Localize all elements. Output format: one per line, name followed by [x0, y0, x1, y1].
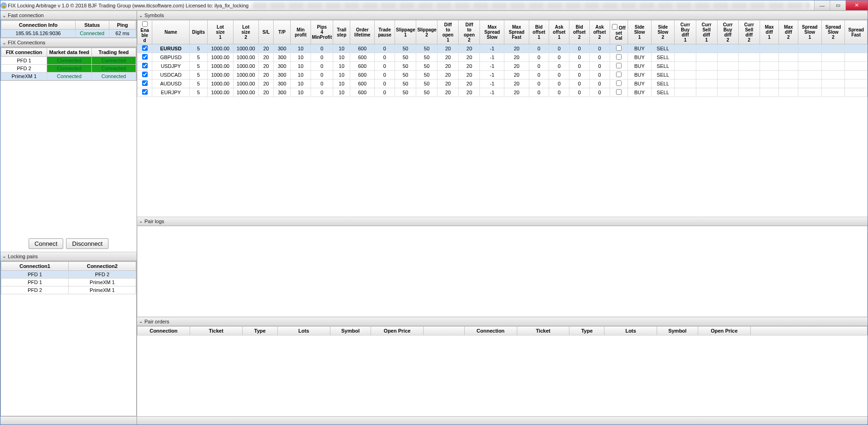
offsetcal-checkbox[interactable]	[616, 80, 622, 86]
symbols-col-header[interactable]: Pips4MinProfit	[311, 20, 333, 44]
pair-orders-header[interactable]: ⌄ Pair orders	[137, 317, 868, 326]
pair-orders-col-header[interactable]: Symbol	[330, 326, 371, 335]
symbols-col-header[interactable]: S/L	[258, 20, 273, 44]
locking-pair-row[interactable]: PFD 2PrimeXM 1	[1, 286, 136, 294]
symbols-col-header[interactable]: Bidoffset2	[569, 20, 590, 44]
symbols-col-header[interactable]: Askoffset2	[589, 20, 610, 44]
symbols-col-header[interactable]: OffsetCal	[610, 20, 628, 44]
enabled-checkbox[interactable]	[142, 72, 148, 77]
symbols-col-header[interactable]: Difftoopen2	[459, 20, 480, 44]
offsetcal-checkbox[interactable]	[616, 54, 622, 60]
minimize-button[interactable]: —	[814, 0, 830, 10]
symbols-col-header[interactable]: Difftoopen1	[437, 20, 459, 44]
fix-connections-header[interactable]: ⌄ FIX Connections	[0, 38, 137, 47]
col-trading-feed[interactable]: Trading feed	[91, 48, 136, 57]
offsetcal-checkbox[interactable]	[616, 45, 622, 51]
col-connection1[interactable]: Connection1	[1, 261, 69, 270]
close-button[interactable]: ✕	[845, 0, 868, 10]
symbols-col-header[interactable]: Minprofit	[291, 20, 311, 44]
connect-button[interactable]: Connect	[29, 238, 64, 249]
symbol-row[interactable]: AUDUSD51000.001000.002030010010600050502…	[138, 79, 868, 88]
connection-info-row[interactable]: 185.95.16.126:9036 Connected 62 ms	[1, 30, 136, 37]
symbol-row[interactable]: USDCAD51000.001000.002030010010600050502…	[138, 71, 868, 79]
symbol-row[interactable]: GBPUSD51000.001000.002030010010600050502…	[138, 53, 868, 62]
symbols-col-header[interactable]: Trailstep	[333, 20, 350, 44]
symbols-col-header[interactable]: SpreadSlow1	[798, 20, 821, 44]
symbol-cell: 0	[311, 88, 333, 97]
symbols-col-header[interactable]: Slippage1	[395, 20, 416, 44]
offsetcal-checkbox[interactable]	[616, 89, 622, 95]
symbols-col-header[interactable]: Lotsize1	[208, 20, 233, 44]
fix-connection-row[interactable]: PFD 2 Connected Connected	[1, 65, 136, 73]
symbols-col-header[interactable]: CurrSelldiff1	[696, 20, 717, 44]
symbols-col-header[interactable]: Enabled	[138, 20, 152, 44]
symbols-col-header[interactable]: Lotsize2	[233, 20, 258, 44]
symbol-row[interactable]: EURJPY51000.001000.002030010010600050502…	[138, 88, 868, 97]
pair-orders-col-header[interactable]: Ticket	[517, 326, 569, 335]
symbols-col-header[interactable]: Digits	[189, 20, 207, 44]
symbols-col-header[interactable]: CurrSelldiff2	[738, 20, 760, 44]
maximize-button[interactable]: ▭	[830, 0, 845, 10]
titlebar[interactable]: 🔒 FIX Locking Arbitrage v 1.0 © 2018 BJF…	[0, 0, 868, 11]
symbols-header[interactable]: ⌄ Symbols	[137, 11, 868, 20]
col-connection-info[interactable]: Connection Info	[1, 21, 76, 30]
locking-pair-row[interactable]: PFD 1PrimeXM 1	[1, 278, 136, 286]
symbols-col-header[interactable]: T/P	[274, 20, 291, 44]
symbols-col-header[interactable]: MaxSpreadFast	[504, 20, 529, 44]
pair-orders-col-header[interactable]: Connection	[464, 326, 517, 335]
symbol-cell	[696, 62, 717, 71]
col-market-feed[interactable]: Market data feed	[47, 48, 91, 57]
pair-orders-col-header[interactable]: Type	[242, 326, 277, 335]
symbol-row[interactable]: USDJPY51000.001000.002030010010600050502…	[138, 62, 868, 71]
fix-connection-row[interactable]: PrimeXM 1 Connected Connected	[1, 73, 136, 80]
pair-orders-col-header[interactable]	[750, 326, 867, 335]
enabled-checkbox[interactable]	[142, 63, 148, 68]
symbols-col-header[interactable]: CurrBuydiff2	[717, 20, 738, 44]
symbols-col-header[interactable]: Maxdiff1	[760, 20, 779, 44]
fast-connection-header[interactable]: ⌄ Fast connection	[0, 11, 137, 20]
header-checkbox[interactable]	[612, 24, 617, 30]
col-status[interactable]: Status	[75, 21, 109, 30]
symbols-col-header[interactable]: Slippage2	[416, 20, 437, 44]
symbols-col-header[interactable]: SideSlow2	[651, 20, 675, 44]
offsetcal-checkbox[interactable]	[616, 72, 622, 77]
symbols-col-header[interactable]: Askoffset1	[549, 20, 569, 44]
fix-connection-row[interactable]: PFD 1 Connected Connected	[1, 57, 136, 65]
pair-logs-header[interactable]: ⌄ Pair logs	[137, 217, 868, 226]
symbol-cell: 50	[395, 79, 416, 88]
enabled-checkbox[interactable]	[142, 80, 148, 86]
locking-pairs-header[interactable]: ⌄ Locking pairs	[0, 252, 137, 261]
symbols-col-header[interactable]: SpreadSlow2	[821, 20, 845, 44]
pair-orders-col-header[interactable]: Lots	[605, 326, 657, 335]
fix-market-status: Connected	[57, 73, 81, 79]
enabled-checkbox[interactable]	[142, 89, 148, 95]
col-fix-connection[interactable]: FIX connection	[1, 48, 47, 57]
col-ping[interactable]: Ping	[109, 21, 136, 30]
symbols-col-header[interactable]: SideSlow1	[628, 20, 651, 44]
symbol-row[interactable]: EURUSD51000.001000.002030010010600050502…	[138, 44, 868, 53]
offsetcal-checkbox[interactable]	[616, 63, 622, 68]
symbols-col-header[interactable]: SpreadFast	[845, 20, 868, 44]
pair-orders-col-header[interactable]: Type	[569, 326, 605, 335]
header-checkbox[interactable]	[142, 21, 148, 27]
pair-orders-col-header[interactable]: Open Price	[371, 326, 424, 335]
symbols-grid[interactable]: EnabledNameDigitsLotsize1Lotsize2S/LT/PM…	[137, 20, 868, 217]
symbols-col-header[interactable]: CurrBuydiff1	[675, 20, 696, 44]
symbols-col-header[interactable]: Name	[152, 20, 190, 44]
pair-orders-col-header[interactable]: Ticket	[190, 326, 242, 335]
pair-orders-col-header[interactable]: Symbol	[657, 326, 698, 335]
pair-orders-col-header[interactable]: Open Price	[698, 326, 750, 335]
symbols-col-header[interactable]: Bidoffset1	[529, 20, 549, 44]
enabled-checkbox[interactable]	[142, 54, 148, 60]
col-connection2[interactable]: Connection2	[69, 261, 136, 270]
pair-orders-col-header[interactable]: Lots	[277, 326, 330, 335]
enabled-checkbox[interactable]	[142, 45, 148, 51]
symbols-col-header[interactable]: MaxSpreadSlow	[480, 20, 504, 44]
symbols-col-header[interactable]: Tradepause	[375, 20, 395, 44]
disconnect-button[interactable]: Disconnect	[66, 238, 108, 249]
symbols-col-header[interactable]: Maxdiff2	[779, 20, 798, 44]
pair-orders-col-header[interactable]	[424, 326, 465, 335]
pair-orders-col-header[interactable]: Connection	[138, 326, 190, 335]
locking-pair-row[interactable]: PFD 1PFD 2	[1, 270, 136, 278]
symbols-col-header[interactable]: Orderlifetime	[350, 20, 375, 44]
